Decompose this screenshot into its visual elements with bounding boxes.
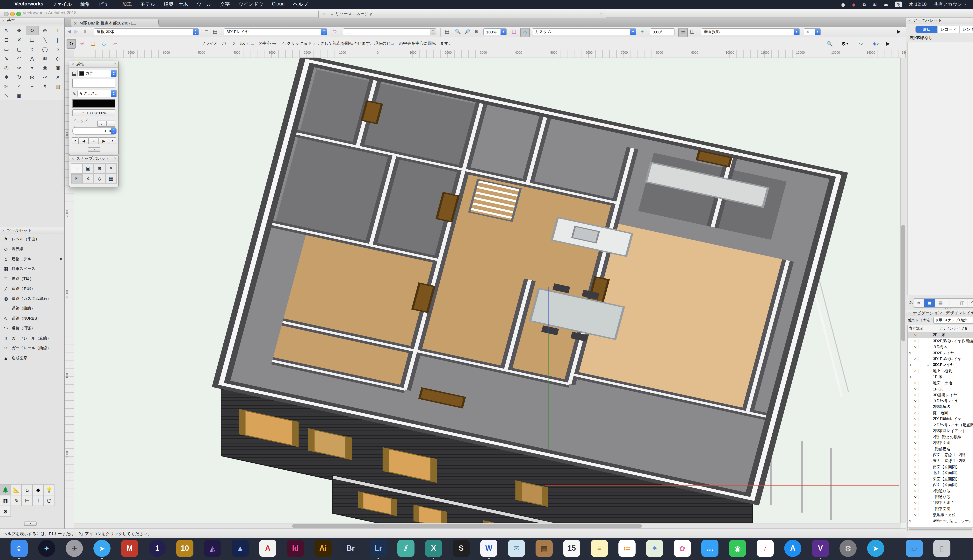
layer-row[interactable]: ✕1階通り芯28 [908, 494, 973, 500]
invisible-icon[interactable]: ✕ [912, 405, 919, 409]
layer-row[interactable]: ✕西面 窓線 1・2階21 [908, 452, 973, 458]
invisible-icon[interactable]: ✕ [912, 369, 919, 373]
eraser-tool-icon[interactable]: ▨ [51, 82, 64, 91]
toolset-item-guardrail-curve[interactable]: ≋ガードレール（曲線） [0, 343, 64, 353]
menu-item-7[interactable]: ツール [192, 1, 216, 8]
walkthrough-tool-button[interactable]: ✥▼ [804, 28, 821, 35]
layer-row[interactable]: ⊙455mm寸法モロジナル製図…32 [908, 518, 973, 524]
eye-icon[interactable]: ⊙ [908, 363, 912, 367]
menu-clock[interactable]: 水 12:10 [909, 1, 927, 8]
dock-reminders-icon[interactable]: ≔ [619, 540, 635, 557]
help-icon[interactable]: ? [114, 156, 116, 161]
snap-intersection-icon[interactable]: ✕ [105, 163, 117, 173]
snap-angle-icon[interactable]: ⊕ [94, 163, 105, 173]
help-icon[interactable]: ? [600, 12, 602, 16]
model-viewport[interactable] [74, 58, 899, 523]
dock-waves-app-icon[interactable]: ⫽ [397, 540, 415, 557]
airplay-icon[interactable]: ⧉ [863, 2, 866, 7]
polyline-tool-icon[interactable]: ⋀ [26, 54, 38, 63]
nav-design-layers-tab[interactable]: ≣ [925, 299, 935, 307]
dropshadow-options-button[interactable]: … [106, 120, 115, 127]
invisible-icon[interactable]: ✕ [912, 513, 919, 517]
nav-sheet-layers-tab[interactable]: ▤ [935, 299, 946, 307]
horizontal-scrollbar[interactable] [74, 523, 901, 528]
data-tab-レンダー[interactable]: レンダー [960, 26, 973, 33]
minimize-icon[interactable]: – [331, 12, 333, 16]
fillet-tool-icon[interactable]: ◜ [13, 82, 26, 91]
extrude-tool-icon[interactable]: ❏ [26, 35, 38, 44]
split-tool-icon[interactable]: ✕ [51, 72, 64, 82]
dock-capture-one-10-icon[interactable]: 10 [176, 540, 194, 557]
selection-tool-icon[interactable]: ↖ [0, 26, 13, 35]
back-icon[interactable]: ◀ [67, 28, 71, 34]
dock-finder-icon[interactable]: ☺ [10, 540, 28, 557]
spiral-tool-icon[interactable]: ◎ [0, 63, 13, 72]
pen-preview-swatch[interactable] [72, 99, 115, 108]
menu-item-8[interactable]: 文字 [216, 1, 234, 8]
detail-category-icon[interactable]: ✎ [11, 495, 22, 506]
visibility-tool-icon[interactable]: ◉ [38, 63, 51, 72]
document-tab[interactable]: ✕ M邸 BIM化 推進本部2024071... [70, 19, 159, 27]
dock-vectorworks-icon[interactable]: V [812, 540, 829, 557]
clip-tool-icon[interactable]: ✄ [0, 82, 13, 91]
dock-bridge-icon[interactable]: Br [342, 540, 359, 557]
nav-references-tab[interactable]: ↷ [968, 299, 973, 307]
menu-item-3[interactable]: ビュー [94, 1, 118, 8]
input-method-icon[interactable]: あ [895, 2, 902, 7]
attr-next-button[interactable]: ▶ [99, 137, 109, 144]
invisible-icon[interactable]: ✕ [912, 441, 919, 445]
view-cube-button[interactable]: ◇ [520, 28, 530, 37]
tool-settings-button[interactable]: ⚙▼ [838, 39, 852, 48]
invisible-icon[interactable]: ✕ [912, 339, 919, 343]
layer-row[interactable]: ✕地面 土地9 [908, 380, 973, 386]
invisible-icon[interactable]: ✕ [912, 447, 919, 451]
invisible-icon[interactable]: ✕ [912, 501, 919, 505]
zoom-icon[interactable]: ⊕ [475, 29, 478, 34]
mirror-tool-icon[interactable]: ⋈ [26, 72, 38, 82]
close-icon[interactable]: ✕ [908, 311, 911, 315]
invisible-icon[interactable]: ✕ [912, 495, 919, 499]
snap-grid-icon[interactable]: ⌗ [71, 163, 82, 173]
connect-tool-icon[interactable]: ▣ [13, 91, 26, 100]
steel-category-icon[interactable]: Ⅰ [33, 495, 43, 506]
offset-tool-icon[interactable]: ↰ [38, 82, 51, 91]
arc-tool-icon[interactable]: ◔ [51, 44, 64, 54]
eye-icon[interactable]: ⊙ [908, 520, 912, 523]
drafting-category-icon[interactable]: 📐 [11, 484, 22, 495]
dock-siri-icon[interactable]: ✦ [38, 540, 55, 557]
lineweight-field[interactable]: 0.10 ▲▼ [72, 127, 117, 135]
dock-telegram-icon[interactable]: ➤ [867, 540, 884, 557]
zoom-selection-icon[interactable]: 🔎 [464, 29, 470, 34]
fill-style-dropdown[interactable]: カラー ▲▼ [77, 70, 117, 77]
layer-row[interactable]: ✕南面【立面図】23 [908, 464, 973, 470]
dock-facetime-icon[interactable]: ◉ [729, 540, 746, 557]
multi-view-pane-icon[interactable]: ◫ [690, 29, 694, 34]
attr-menu-left-button[interactable]: ▼ [72, 137, 79, 144]
toolset-item-road-t[interactable]: ⊤道路（T型） [0, 274, 64, 284]
layer-row[interactable]: ⊙1F 床8 [908, 374, 973, 380]
invisible-icon[interactable]: ✕ [912, 411, 919, 415]
dock-launchpad-icon[interactable]: ✈ [66, 540, 83, 557]
dock-documents-folder-icon[interactable]: ▱ [906, 540, 923, 557]
toolset-item-road-custom-curb[interactable]: ◎道路（カスタム縁石） [0, 293, 64, 303]
resource-manager-palette[interactable]: ✕ – リソースマネージャ ? [318, 10, 606, 18]
clip-cube-icon[interactable]: ◫ [512, 29, 516, 34]
nav-hierarchy-tab[interactable]: ⌗ [913, 299, 925, 307]
regular-polygon-tool-icon[interactable]: ◇ [51, 54, 64, 63]
active-layer-check[interactable]: ✓ [925, 363, 933, 367]
menu-item-10[interactable]: Cloud [267, 1, 289, 8]
dock-indesign-icon[interactable]: Id [287, 540, 304, 557]
menu-item-11[interactable]: ヘルプ [289, 1, 312, 8]
help-icon[interactable]: ? [114, 62, 116, 67]
layer-row[interactable]: ✕3D1F屋根レイヤ5 [908, 356, 973, 362]
invisible-icon[interactable]: ✕ [912, 435, 919, 439]
layer-row[interactable]: ✕庭 造園14 [908, 410, 973, 416]
invisible-icon[interactable]: ✕ [912, 429, 919, 433]
wifi-icon[interactable]: ≋ [873, 2, 877, 7]
rectangle-tool-icon[interactable]: ▭ [0, 44, 13, 54]
layer-row[interactable]: ✕３D樹木3 [908, 344, 973, 350]
dock-affinity-designer-icon[interactable]: ◭ [204, 540, 221, 557]
layer-row[interactable]: ✕1階部屋名20 [908, 446, 973, 452]
dock-messages-icon[interactable]: … [701, 540, 719, 557]
pan-tool-icon[interactable]: ✥ [13, 26, 26, 35]
